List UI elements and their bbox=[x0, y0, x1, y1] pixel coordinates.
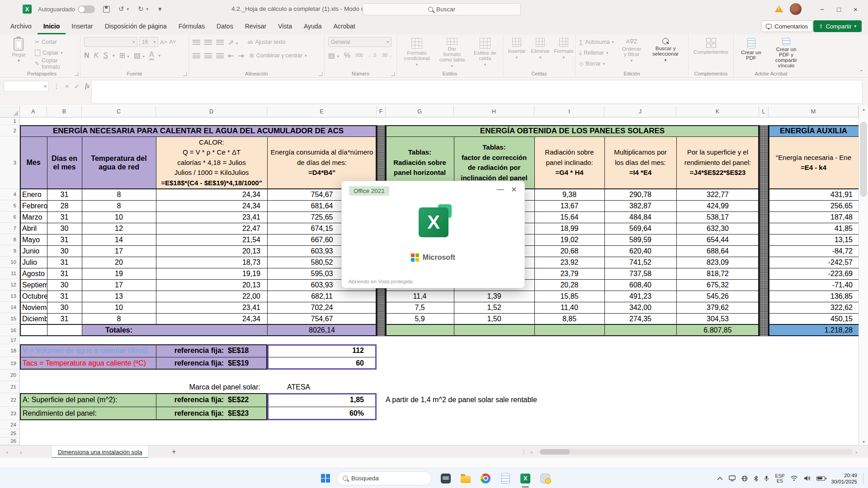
sheet-tab-active[interactable]: Dimensiona una instalación sola bbox=[51, 446, 149, 458]
row-header-20[interactable]: 20 bbox=[0, 370, 20, 381]
cell-I12[interactable]: 20,28 bbox=[534, 279, 604, 291]
cell-M13[interactable]: 136,85 bbox=[769, 291, 859, 302]
row-header-6[interactable]: 6 bbox=[0, 211, 20, 223]
cell-H13[interactable]: 1,39 bbox=[454, 291, 534, 302]
cell-K7[interactable]: 632,30 bbox=[676, 223, 759, 234]
row-header-11[interactable]: 11 bbox=[0, 268, 20, 279]
cell-D10[interactable]: 18,73 bbox=[156, 257, 267, 268]
cell-B13[interactable]: 31 bbox=[47, 291, 82, 302]
lightbulb-app-icon[interactable] bbox=[536, 468, 554, 488]
cell-D6[interactable]: 23,41 bbox=[156, 211, 267, 223]
cell-M7[interactable]: 41,85 bbox=[769, 223, 859, 234]
tray-chevron-up-icon[interactable] bbox=[717, 477, 723, 480]
header-temp[interactable]: Temperatura del agua de red bbox=[82, 136, 156, 189]
cell-C9[interactable]: 17 bbox=[82, 245, 156, 257]
cell-B16[interactable] bbox=[47, 324, 82, 336]
cell-B12[interactable]: 30 bbox=[47, 279, 82, 291]
cell-month[interactable]: Septiembre bbox=[20, 279, 47, 291]
vertical-scrollbar-thumb[interactable] bbox=[860, 122, 867, 197]
cell-B6[interactable]: 31 bbox=[47, 211, 82, 223]
column-header-B[interactable]: B bbox=[47, 106, 82, 117]
cell-total-paneles[interactable]: 6.807,85 bbox=[676, 324, 759, 336]
table-title-aux[interactable]: ENERGÍA AUXILIA bbox=[769, 125, 859, 136]
cell-total-energia[interactable]: 8026,14 bbox=[267, 324, 377, 336]
column-header-F[interactable]: F bbox=[377, 106, 386, 117]
volume-icon[interactable] bbox=[804, 475, 811, 481]
cell-I13[interactable]: 15,85 bbox=[534, 291, 604, 302]
row-header-9[interactable]: 9 bbox=[0, 245, 20, 257]
row-header-23[interactable]: 23 bbox=[0, 407, 20, 420]
tab-splitter-icon[interactable]: ⋮ bbox=[521, 446, 527, 458]
cell-J5[interactable]: 382,87 bbox=[604, 200, 676, 211]
cell-month[interactable]: Marzo bbox=[20, 211, 47, 223]
column-header-J[interactable]: J bbox=[604, 106, 676, 117]
header-dias[interactable]: Días en el mes bbox=[47, 136, 82, 189]
param-ref-18[interactable]: referencia fija: $E$18 bbox=[156, 344, 267, 357]
row-header-12[interactable]: 12 bbox=[0, 279, 20, 291]
cell-M9[interactable]: -84,72 bbox=[769, 245, 859, 257]
cell-E13[interactable]: 682,11 bbox=[267, 291, 377, 302]
cell-M12[interactable]: -71,40 bbox=[769, 279, 859, 291]
cell-B14[interactable]: 30 bbox=[47, 302, 82, 313]
cell-G13[interactable]: 11,4 bbox=[386, 291, 454, 302]
show-desktop-divider[interactable] bbox=[863, 473, 863, 484]
cell-I9[interactable]: 20,68 bbox=[534, 245, 604, 257]
cell-B7[interactable]: 30 bbox=[47, 223, 82, 234]
microphone-icon[interactable] bbox=[764, 475, 769, 482]
row-header-17[interactable]: 17 bbox=[0, 336, 20, 344]
table-title-acs[interactable]: ENERGÍA NECESARIA PARA CALENTAR EL AGUA … bbox=[20, 125, 377, 136]
column-header-D[interactable]: D bbox=[156, 106, 267, 117]
excel-taskbar-icon[interactable]: X bbox=[516, 468, 534, 488]
cell-I11[interactable]: 23,79 bbox=[534, 268, 604, 279]
cell-D14[interactable]: 23,41 bbox=[156, 302, 267, 313]
cell-M6[interactable]: 187,48 bbox=[769, 211, 859, 223]
cell-D12[interactable]: 20,13 bbox=[156, 279, 267, 291]
cell-J4[interactable]: 290,78 bbox=[604, 189, 676, 200]
param-value-23[interactable]: 60% bbox=[267, 407, 377, 420]
hscroll-left-icon[interactable]: ‹ bbox=[531, 446, 533, 458]
cell-total-auxiliar[interactable]: 1.218,28 bbox=[769, 324, 859, 336]
cell-month[interactable]: Junio bbox=[20, 245, 47, 257]
cell-K3[interactable]: Por la superficie y elrendimiento del pa… bbox=[676, 136, 759, 189]
cell-J9[interactable]: 620,40 bbox=[604, 245, 676, 257]
row-header-8[interactable]: 8 bbox=[0, 234, 20, 245]
cell-B5[interactable]: 28 bbox=[47, 200, 82, 211]
table-title-solar[interactable]: ENERGÍA OBTENIDA DE LOS PANELES SOLARES bbox=[386, 125, 759, 136]
row-header-2[interactable]: 2 bbox=[0, 125, 20, 136]
cell-I3[interactable]: Radiación sobrepanel inclinado:=G4 * H4 bbox=[534, 136, 604, 189]
cell-I7[interactable]: 18,99 bbox=[534, 223, 604, 234]
cell-month[interactable]: Julio bbox=[20, 257, 47, 268]
cell-totales-label[interactable]: Totales: bbox=[82, 324, 156, 336]
cell-D9[interactable]: 20,13 bbox=[156, 245, 267, 257]
cell-month[interactable]: Agosto bbox=[20, 268, 47, 279]
chrome-icon[interactable] bbox=[476, 468, 495, 488]
horizontal-scrollbar[interactable] bbox=[540, 449, 853, 455]
cell-D5[interactable]: 24,34 bbox=[156, 200, 267, 211]
cell-C10[interactable]: 20 bbox=[82, 257, 156, 268]
cell-J8[interactable]: 589,59 bbox=[604, 234, 676, 245]
cell-D8[interactable]: 21,54 bbox=[156, 234, 267, 245]
param-value-18[interactable]: 112 bbox=[267, 344, 377, 357]
row-header-1[interactable]: 1 bbox=[0, 117, 20, 125]
row-header-21[interactable]: 21 bbox=[0, 381, 20, 393]
taskbar-search[interactable]: Búsqueda bbox=[337, 471, 432, 485]
cast-screen-icon[interactable] bbox=[729, 475, 736, 481]
cell-D13[interactable]: 22,00 bbox=[156, 291, 267, 302]
cell-D15[interactable]: 24,34 bbox=[156, 313, 267, 324]
cell-month[interactable]: Octubre bbox=[20, 291, 47, 302]
cell-B4[interactable]: 31 bbox=[47, 189, 82, 200]
dialog-minimize-icon[interactable]: — bbox=[495, 185, 506, 193]
cell-H14[interactable]: 1,52 bbox=[454, 302, 534, 313]
scroll-up-icon[interactable]: ▴ bbox=[859, 107, 868, 112]
column-header-H[interactable]: H bbox=[454, 106, 534, 117]
param-value-19[interactable]: 60 bbox=[267, 357, 377, 370]
cell-month[interactable]: Febrero bbox=[20, 200, 47, 211]
cell-month[interactable]: Enero bbox=[20, 189, 47, 200]
cell-M3[interactable]: "Energía necesaria - Ene=E4 - k4 bbox=[769, 136, 859, 189]
cell-C15[interactable]: 8 bbox=[82, 313, 156, 324]
row-header-10[interactable]: 10 bbox=[0, 257, 20, 268]
cell-C5[interactable]: 8 bbox=[82, 200, 156, 211]
cell-B8[interactable]: 31 bbox=[47, 234, 82, 245]
cell-I15[interactable]: 8,85 bbox=[534, 313, 604, 324]
brand-label[interactable]: Marca del panel solar: bbox=[156, 381, 267, 393]
